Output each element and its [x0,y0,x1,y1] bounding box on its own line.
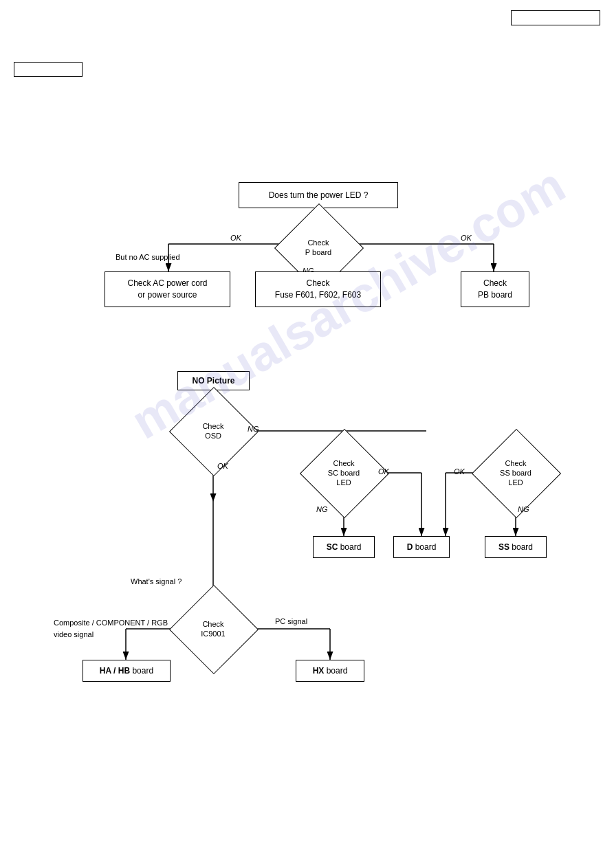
ng-osd-label: NG [248,425,259,433]
check-osd-diamond: CheckOSD [182,400,244,462]
ok-sc-label: OK [378,467,389,476]
sc-board-box: SC board [313,536,375,558]
whats-signal-label: What's signal ? [131,577,182,586]
ha-hb-board-box: HA / HB board [83,660,171,682]
top-right-box [511,10,600,25]
composite-label: Composite / COMPONENT / RGBvideo signal [54,617,168,640]
check-ac-power-cord-box: Check AC power cordor power source [105,271,230,307]
ok-right-label: OK [461,234,472,242]
but-no-ac-label: But no AC supplied [116,253,180,261]
check-sc-board-led-diamond: CheckSC boardLED [313,442,375,504]
check-ss-board-led-diamond: CheckSS boardLED [485,442,547,504]
ok-osd-label: OK [217,462,228,470]
ss-board-box: SS board [485,536,547,558]
ng-sc-label: NG [316,505,328,513]
check-fuse-box: CheckFuse F601, F602, F603 [255,271,381,307]
d-board-box: D board [393,536,450,558]
check-p-board-diamond: CheckP board [287,216,349,278]
hx-board-box: HX board [296,660,364,682]
top-left-box [14,62,83,77]
check-ic9001-diamond: CheckIC9001 [182,598,244,660]
ng-ss-label: NG [518,505,529,513]
ok-left-label: OK [230,234,241,242]
check-pb-board-box: CheckPB board [461,271,529,307]
page-container: manualsarchive.com [0,0,614,868]
pc-signal-label: PC signal [275,617,307,625]
ok-ss-label: OK [454,467,465,476]
